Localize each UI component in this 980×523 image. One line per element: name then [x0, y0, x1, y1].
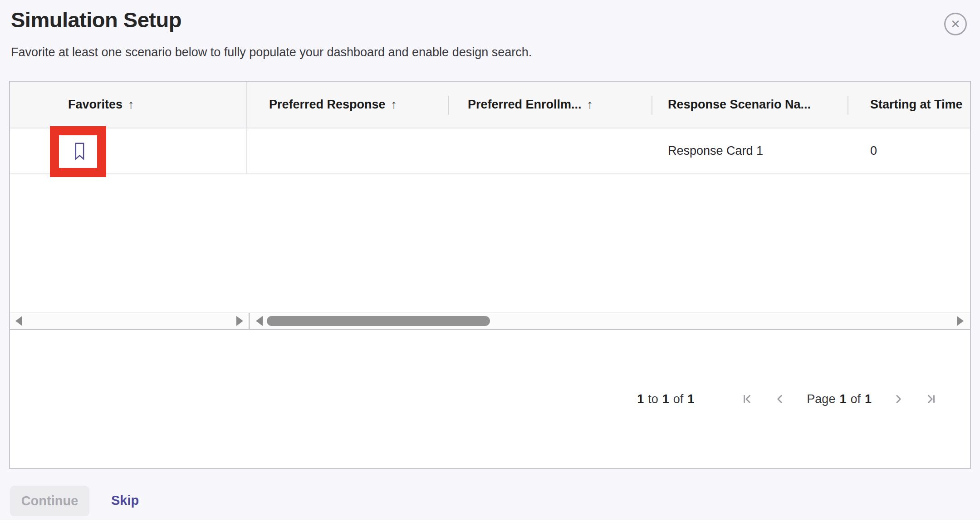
chevron-left-icon — [774, 393, 786, 405]
page-indicator: Page 1 of 1 — [807, 392, 872, 406]
cell-favorites — [10, 128, 247, 173]
cell-preferred-enrollment — [448, 128, 652, 173]
scroll-left-icon[interactable] — [256, 316, 263, 326]
scroll-right-icon[interactable] — [957, 316, 964, 326]
page-total: 1 — [865, 392, 872, 406]
column-header-starting-at-time[interactable]: Starting at Time — [848, 82, 970, 128]
skip-button[interactable]: Skip — [111, 493, 139, 508]
column-header-preferred-response[interactable]: Preferred Response ↑ — [247, 82, 448, 128]
table-body-empty-area — [10, 174, 970, 312]
sort-ascending-icon: ↑ — [391, 98, 397, 112]
range-of-word: of — [673, 392, 684, 406]
simulation-setup-dialog: Simulation Setup Favorite at least one s… — [0, 0, 980, 523]
range-total: 1 — [687, 392, 694, 406]
page-word: Page — [807, 392, 835, 406]
table-header-row: Favorites ↑ Preferred Response ↑ Preferr… — [10, 82, 970, 128]
previous-page-button[interactable] — [774, 393, 786, 405]
scroll-right-icon[interactable] — [236, 316, 243, 326]
close-icon: ✕ — [951, 17, 960, 31]
close-button[interactable]: ✕ — [944, 13, 967, 35]
column-label: Favorites — [68, 98, 122, 112]
horizontal-scrollbar-area — [10, 312, 970, 329]
favorite-toggle-button[interactable] — [69, 138, 89, 164]
column-header-preferred-enrollment[interactable]: Preferred Enrollm... ↑ — [448, 82, 652, 128]
bookmark-icon — [74, 142, 85, 161]
column-label: Response Scenario Na... — [668, 98, 811, 112]
dialog-subtitle: Favorite at least one scenario below to … — [11, 45, 532, 59]
scrollbar-thumb[interactable] — [267, 316, 490, 326]
next-page-button[interactable] — [892, 393, 904, 405]
last-page-button[interactable] — [925, 393, 937, 405]
first-page-button[interactable] — [741, 393, 753, 405]
scenario-table: Favorites ↑ Preferred Response ↑ Preferr… — [9, 81, 971, 469]
row-range-summary: 1 to 1 of 1 — [637, 392, 694, 406]
chevron-right-icon — [892, 393, 904, 405]
column-header-favorites[interactable]: Favorites ↑ — [10, 82, 247, 128]
pagination-bar: 1 to 1 of 1 Page — [10, 329, 970, 468]
page-of-word: of — [850, 392, 861, 406]
page-current: 1 — [839, 392, 846, 406]
pagination-controls: 1 to 1 of 1 Page — [637, 392, 937, 406]
range-from: 1 — [637, 392, 644, 406]
continue-button[interactable]: Continue — [10, 486, 89, 516]
cell-preferred-response — [247, 128, 448, 173]
range-to-word: to — [648, 392, 658, 406]
cell-response-scenario-name: Response Card 1 — [652, 128, 848, 173]
column-label: Preferred Enrollm... — [468, 98, 582, 112]
bottom-edge-strip — [0, 520, 980, 523]
sort-ascending-icon: ↑ — [587, 98, 593, 112]
column-label: Preferred Response — [269, 98, 386, 112]
cell-starting-at-time: 0 — [848, 128, 970, 173]
page-title: Simulation Setup — [11, 7, 181, 32]
last-page-icon — [925, 393, 937, 405]
range-to: 1 — [662, 392, 669, 406]
sort-ascending-icon: ↑ — [128, 98, 134, 112]
main-scrollbar[interactable] — [249, 313, 970, 329]
scroll-left-icon[interactable] — [15, 316, 22, 326]
first-page-icon — [741, 393, 753, 405]
pinned-column-scrollbar[interactable] — [10, 313, 249, 329]
column-header-response-scenario-name[interactable]: Response Scenario Na... — [652, 82, 848, 128]
table-row: Response Card 1 0 — [10, 128, 970, 174]
column-label: Starting at Time — [870, 98, 963, 112]
